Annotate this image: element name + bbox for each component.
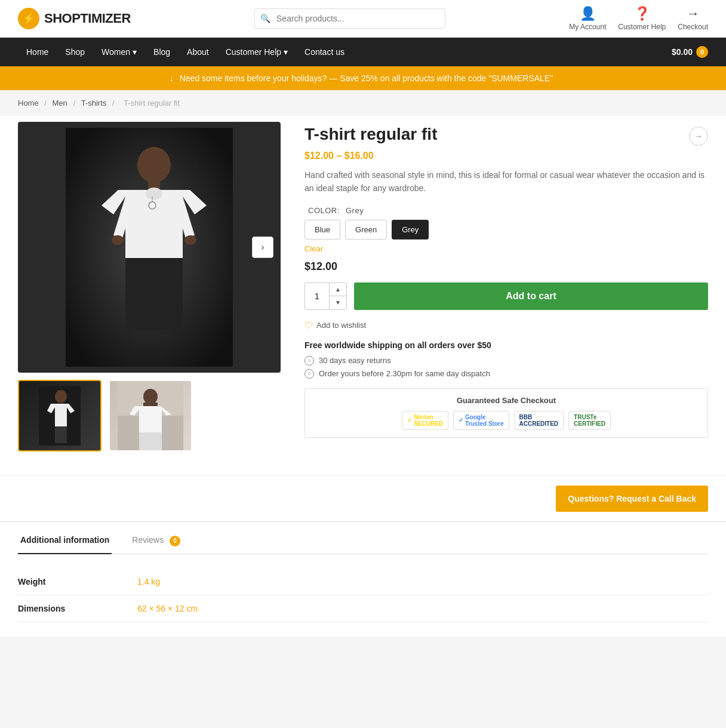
product-description: Hand crafted with seasonal style in mind… xyxy=(304,168,708,195)
breadcrumb-men[interactable]: Men xyxy=(53,99,67,107)
my-account-label: My Account xyxy=(569,23,606,31)
customer-help-button[interactable]: ❓ Customer Help xyxy=(618,6,666,31)
nav-links: Home Shop Women ▾ Blog About Customer He… xyxy=(18,38,353,66)
promo-banner: ↓ Need some items before your holidays? … xyxy=(0,66,726,90)
svg-point-5 xyxy=(184,235,196,245)
check-icon-1: ○ xyxy=(304,356,314,365)
current-price: $12.00 xyxy=(304,260,708,273)
product-title-row: T-shirt regular fit → xyxy=(304,124,708,146)
check-icon-2: ○ xyxy=(304,369,314,379)
top-bar: ⚡ SHOPTIMIZER 🔍 👤 My Account ❓ Customer … xyxy=(0,0,726,38)
dimensions-row: Dimensions 62 × 56 × 12 cm xyxy=(18,595,708,622)
help-icon: ❓ xyxy=(634,6,650,21)
tabs-section: Additional information Reviews 0 Weight … xyxy=(0,521,726,637)
nav-customer-help[interactable]: Customer Help ▾ xyxy=(217,38,296,66)
svg-point-4 xyxy=(112,235,124,245)
quantity-down-button[interactable]: ▼ xyxy=(330,296,346,309)
nav-shop[interactable]: Shop xyxy=(57,38,93,66)
dispatch-text: Order yours before 2.30pm for same day d… xyxy=(319,369,490,378)
callback-container: Questions? Request a Call Back xyxy=(0,475,726,521)
dispatch-item: ○ Order yours before 2.30pm for same day… xyxy=(304,369,708,379)
tabs-row: Additional information Reviews 0 xyxy=(18,522,708,554)
thumb2-svg xyxy=(118,380,183,451)
bbb-label: BBBACCREDITED xyxy=(519,414,559,427)
color-swatch-blue[interactable]: Blue xyxy=(304,220,340,239)
main-nav: Home Shop Women ▾ Blog About Customer He… xyxy=(0,38,726,66)
dimensions-label: Dimensions xyxy=(18,595,137,622)
checkout-button[interactable]: → Checkout xyxy=(678,6,708,31)
add-to-cart-button[interactable]: Add to cart xyxy=(354,282,708,310)
tab-reviews[interactable]: Reviews 0 xyxy=(130,528,183,554)
quantity-value: 1 xyxy=(305,283,329,309)
image-next-button[interactable]: › xyxy=(252,236,273,258)
banner-text: Need some items before your holidays? — … xyxy=(180,73,553,83)
callback-button[interactable]: Questions? Request a Call Back xyxy=(556,486,708,512)
nav-cart[interactable]: $0.00 0 xyxy=(672,46,708,58)
account-icon: 👤 xyxy=(580,6,596,21)
search-icon: 🔍 xyxy=(260,14,270,23)
product-images: › xyxy=(18,122,281,451)
wishlist-label: Add to wishlist xyxy=(316,321,366,330)
color-swatch-green[interactable]: Green xyxy=(345,220,387,239)
quantity-box: 1 ▲ ▼ xyxy=(304,282,347,310)
search-bar: 🔍 xyxy=(254,8,445,29)
thumbnail-1[interactable] xyxy=(18,380,101,451)
weight-value: 1.4 kg xyxy=(137,569,708,595)
product-info: T-shirt regular fit → $12.00 – $16.00 Ha… xyxy=(304,122,708,451)
search-input[interactable] xyxy=(254,8,445,29)
nav-contact-us[interactable]: Contact us xyxy=(296,38,353,66)
add-to-cart-row: 1 ▲ ▼ Add to cart xyxy=(304,282,708,310)
nav-blog[interactable]: Blog xyxy=(145,38,179,66)
safe-checkout-title: Guaranteed Safe Checkout xyxy=(315,396,698,405)
customer-help-dropdown-icon: ▾ xyxy=(284,47,288,57)
breadcrumb-home[interactable]: Home xyxy=(18,99,39,107)
tab-content-additional: Weight 1.4 kg Dimensions 62 × 56 × 12 cm xyxy=(18,554,708,637)
breadcrumb-tshirts[interactable]: T-shirts xyxy=(81,99,107,107)
price-range: $12.00 – $16.00 xyxy=(304,150,708,161)
breadcrumb-sep-3: / xyxy=(112,99,116,107)
safe-checkout-box: Guaranteed Safe Checkout ✓ NortonSECURED… xyxy=(304,388,708,438)
logo[interactable]: ⚡ SHOPTIMIZER xyxy=(18,8,131,29)
quantity-up-button[interactable]: ▲ xyxy=(330,283,346,296)
clear-color-link[interactable]: Clear xyxy=(304,244,708,253)
color-swatch-grey[interactable]: Grey xyxy=(392,220,429,239)
logo-bolt-icon: ⚡ xyxy=(22,12,35,25)
google-check-icon: ✓ xyxy=(459,417,463,423)
svg-rect-15 xyxy=(143,403,158,406)
breadcrumb: Home / Men / T-shirts / T-shirt regular … xyxy=(0,90,726,116)
breadcrumb-sep-2: / xyxy=(73,99,77,107)
weight-label: Weight xyxy=(18,569,137,595)
checkout-label: Checkout xyxy=(678,23,708,31)
svg-point-14 xyxy=(143,389,158,404)
nav-about[interactable]: About xyxy=(179,38,217,66)
banner-icon: ↓ xyxy=(170,73,174,83)
top-actions: 👤 My Account ❓ Customer Help → Checkout xyxy=(569,6,708,31)
google-label: GoogleTrusted Store xyxy=(465,414,503,427)
thumbnail-row xyxy=(18,380,281,451)
women-dropdown-icon: ▾ xyxy=(133,47,137,57)
product-container: › xyxy=(0,116,726,475)
thumb1-svg xyxy=(39,386,81,446)
cart-amount: $0.00 xyxy=(672,47,693,57)
logo-icon: ⚡ xyxy=(18,8,39,29)
tab-additional-info[interactable]: Additional information xyxy=(18,528,112,554)
product-nav-button[interactable]: → xyxy=(689,127,708,146)
logo-text: SHOPTIMIZER xyxy=(44,11,131,26)
trust-badges: ✓ NortonSECURED ✓ GoogleTrusted Store BB… xyxy=(315,411,698,430)
wishlist-button[interactable]: ♡ Add to wishlist xyxy=(304,320,708,331)
color-label: COLOR: Grey xyxy=(304,206,708,215)
nav-women[interactable]: Women ▾ xyxy=(93,38,145,66)
breadcrumb-current: T-shirt regular fit xyxy=(124,99,180,107)
additional-info-table: Weight 1.4 kg Dimensions 62 × 56 × 12 cm xyxy=(18,569,708,622)
svg-rect-16 xyxy=(139,432,162,451)
heart-icon: ♡ xyxy=(304,320,313,331)
nav-home[interactable]: Home xyxy=(18,38,57,66)
my-account-button[interactable]: 👤 My Account xyxy=(569,6,606,31)
truste-label: TRUSTeCERTIFIED xyxy=(574,414,605,427)
truste-badge: TRUSTeCERTIFIED xyxy=(568,411,611,430)
checkout-icon: → xyxy=(687,6,700,21)
svg-rect-11 xyxy=(55,426,67,443)
norton-label: NortonSECURED xyxy=(414,414,443,427)
thumbnail-2[interactable] xyxy=(109,380,192,451)
customer-help-label: Customer Help xyxy=(618,23,666,31)
